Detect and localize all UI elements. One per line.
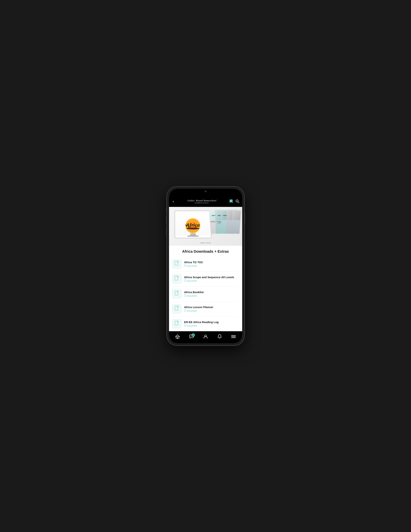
nav-home[interactable] [174,334,181,339]
nav-profile[interactable] [202,334,209,340]
profile-icon [203,334,208,339]
download-item-3[interactable]: Africa Lesson Planner Document [172,302,239,316]
africa-art: Africa UNIT STUDY [186,220,200,228]
svg-point-22 [191,336,191,337]
document-icon-4 [175,321,179,327]
item-info-1: Africa Scope and Sequence All Levels Doc… [184,276,239,282]
document-icon-3 [175,306,179,312]
item-icon-box-4 [172,319,182,329]
download-item-2[interactable]: Africa Booklist Document [172,286,239,302]
nav-actions [229,199,239,204]
home-icon [175,334,180,339]
books-stack: Africa PRE-READER Gather 'Round Africa T… [213,210,240,234]
power-button [244,212,245,224]
notch [194,189,217,194]
front-camera [205,190,207,192]
doc-type-icon-4 [184,324,186,327]
nav-chat[interactable]: 92 [188,334,195,339]
item-info-2: Africa Booklist Document [184,291,239,297]
hero-banner: Africa UNIT STUDY [169,207,242,246]
book-level-3 [231,209,241,234]
item-title-2: Africa Booklist [184,291,239,294]
app-logo: Gather 'Round Homeschool HOMESCHOOL [188,199,217,204]
item-type-4: Document [184,324,239,327]
document-icon-2 [175,291,179,297]
item-icon-box-1 [172,274,182,284]
item-type-3: Document [184,309,239,312]
page-title-section: Africa Downloads + Extras [169,246,242,256]
doc-type-icon-3 [184,309,186,312]
status-bar [169,189,242,197]
doc-type-icon-0 [184,265,186,267]
doc-type-icon-1 [184,279,186,282]
svg-rect-20 [177,337,178,339]
bell-icon [218,334,222,339]
back-button[interactable]: ‹ [172,198,175,205]
chat-badge: 92 [191,333,195,337]
menu-icon [231,335,236,338]
monitor-mockup: Africa UNIT STUDY [175,210,211,238]
volume-down-button [166,226,167,236]
top-navigation: ‹ Gather 'Round Homeschool HOMESCHOOL [169,197,242,207]
search-icon[interactable] [236,199,239,204]
download-item-4[interactable]: ER-EE Africa Reading Log Document [172,316,239,331]
downloads-list: Africa TG TOC Document [169,256,242,331]
monitor-base [188,236,199,237]
logo-subtitle: HOMESCHOOL [188,202,217,204]
item-icon-box-3 [172,304,182,314]
item-type-2: Document [184,294,239,297]
bookmark-icon[interactable] [229,199,233,204]
volume-up-button [166,215,167,224]
item-info-3: Africa Lesson Planner Document [184,305,239,312]
brand-watermark: Gather 'Round [200,242,211,244]
monitor-stand [190,233,196,236]
nav-menu[interactable] [230,334,237,339]
item-icon-box-0 [172,259,182,269]
silent-button [166,207,167,213]
main-content: Africa UNIT STUDY [169,207,242,331]
unit-study-label: UNIT STUDY [186,227,200,228]
nav-notifications[interactable] [216,334,223,340]
bottom-navigation: 92 [169,331,242,343]
page-title: Africa Downloads + Extras [172,249,239,254]
item-type-0: Document [184,265,239,267]
phone-screen: ‹ Gather 'Round Homeschool HOMESCHOOL [169,189,242,343]
item-title-1: Africa Scope and Sequence All Levels [184,276,239,279]
logo-name: Gather 'Round Homeschool [188,199,217,202]
item-type-1: Document [184,279,239,282]
doc-type-icon-2 [184,294,186,297]
svg-line-1 [238,202,239,203]
phone-frame: ‹ Gather 'Round Homeschool HOMESCHOOL [167,187,244,345]
document-icon-0 [175,261,179,267]
item-title-3: Africa Lesson Planner [184,305,239,309]
item-icon-box-2 [172,289,182,299]
item-info-4: ER-EE Africa Reading Log Document [184,321,239,327]
download-item-0[interactable]: Africa TG TOC Document [172,256,239,272]
item-title-0: Africa TG TOC [184,261,239,264]
monitor-screen: Africa UNIT STUDY [175,213,211,236]
item-info-0: Africa TG TOC Document [184,261,239,267]
document-icon-1 [175,276,179,282]
item-title-4: ER-EE Africa Reading Log [184,321,239,324]
download-item-1[interactable]: Africa Scope and Sequence All Levels Doc… [172,272,239,286]
